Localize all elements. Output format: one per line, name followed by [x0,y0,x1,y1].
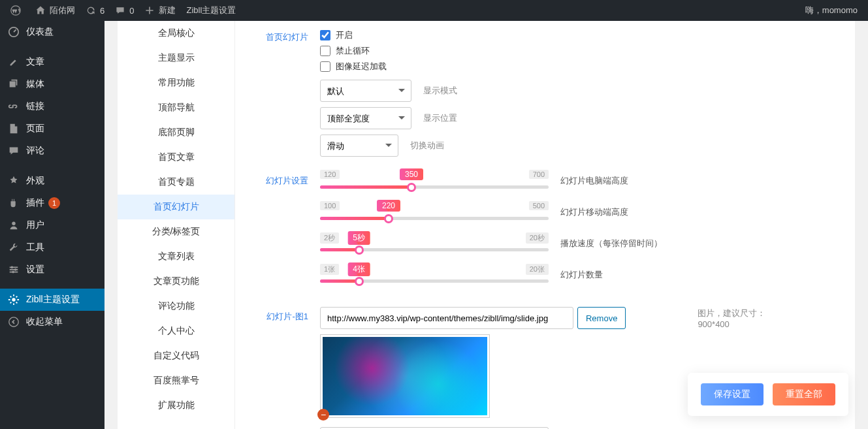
wp-admin-sidebar: 仪表盘 文章 媒体 链接 页面 评论 外观 插件1 用户 工具 设置 Zibll… [0,21,104,429]
select-display-mode[interactable]: 默认 [320,80,411,102]
menu-tools[interactable]: 工具 [0,236,104,259]
subnav-item[interactable]: 自定义代码 [118,343,234,368]
menu-users[interactable]: 用户 [0,214,104,236]
menu-collapse[interactable]: 收起菜单 [0,311,104,333]
subnav-item[interactable]: 文章列表 [118,244,234,269]
menu-zibll[interactable]: Zibll主题设置 [0,289,104,311]
updates[interactable]: 6 [80,0,110,21]
section-slideshow-title: 首页幻灯片 [255,27,320,43]
menu-appearance[interactable]: 外观 [0,170,104,192]
menu-plugins[interactable]: 插件1 [0,192,104,214]
comments-count[interactable]: 0 [110,0,139,21]
menu-posts[interactable]: 文章 [0,51,104,73]
slider[interactable]: 120700350 [320,171,549,191]
checkbox-enable[interactable] [320,30,330,40]
subnav-item[interactable]: 顶部导航 [118,95,234,120]
svg-point-9 [12,298,15,301]
svg-point-8 [12,271,14,274]
menu-media[interactable]: 媒体 [0,73,104,95]
section-slide1-title: 幻灯片-图1 [255,307,320,323]
slider[interactable]: 2秒20秒5秒 [320,234,549,253]
theme-settings-link[interactable]: Zibll主题设置 [181,0,241,21]
remove-button[interactable]: Remove [577,307,626,329]
plugins-badge: 1 [48,197,60,209]
add-new[interactable]: 新建 [139,0,181,21]
checkbox-noloop[interactable] [320,46,330,56]
select-transition[interactable]: 滑动 [320,135,398,157]
action-buttons: 保存设置 重置全部 [688,373,848,416]
image-url-input[interactable] [320,307,573,329]
svg-point-7 [14,268,17,271]
subnav-item[interactable]: 评论功能 [118,294,234,319]
svg-point-10 [9,317,18,326]
svg-point-6 [11,266,14,269]
slider[interactable]: 1张20张4张 [320,265,549,285]
subnav-item[interactable]: 首页文章 [118,145,234,170]
image-preview: − [320,334,490,418]
subnav-item[interactable]: 常用功能 [118,71,234,95]
subnav-item[interactable]: 个人中心 [118,319,234,343]
slider[interactable]: 100500220 [320,202,549,222]
menu-pages[interactable]: 页面 [0,118,104,140]
settings-subnav: 全局核心主题显示常用功能顶部导航底部页脚首页文章首页专题首页幻灯片分类/标签页文… [118,21,235,429]
menu-settings[interactable]: 设置 [0,259,104,281]
subnav-item[interactable]: 扩展功能 [118,393,234,418]
menu-dashboard[interactable]: 仪表盘 [0,21,104,43]
subnav-item[interactable]: 首页幻灯片 [118,195,234,219]
select-display-position[interactable]: 顶部全宽度 [320,107,411,129]
subnav-item[interactable]: 分类/标签页 [118,219,234,244]
subnav-item[interactable]: 百度熊掌号 [118,368,234,393]
save-button[interactable]: 保存设置 [701,383,764,405]
subnav-item[interactable]: 首页专题 [118,170,234,195]
section-slider-settings-title: 幻灯片设置 [255,171,320,187]
subnav-item[interactable]: 底部页脚 [118,120,234,145]
checkbox-lazyload[interactable] [320,61,330,72]
user-greeting[interactable]: 嗨，momomo [800,0,863,21]
wp-logo[interactable] [5,0,30,21]
site-home[interactable]: 陌佑网 [30,0,80,21]
image-hint: 图片，建议尺寸：900*400 [698,308,797,329]
menu-comments[interactable]: 评论 [0,140,104,162]
menu-links[interactable]: 链接 [0,95,104,118]
subnav-item[interactable]: 文章页功能 [118,269,234,294]
reset-button[interactable]: 重置全部 [773,383,835,405]
subnav-item[interactable]: 全局核心 [118,21,234,46]
delete-image-icon[interactable]: − [317,409,329,421]
svg-point-2 [12,222,15,225]
subnav-item[interactable]: 主题显示 [118,46,234,71]
